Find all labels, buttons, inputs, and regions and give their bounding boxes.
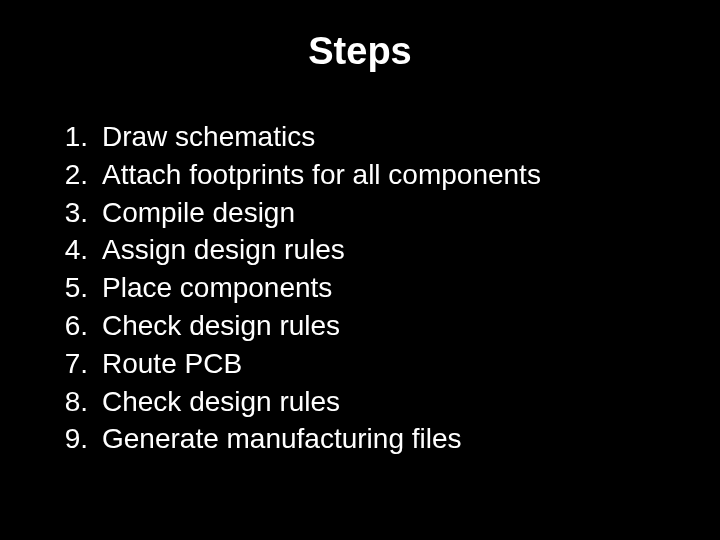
step-text: Check design rules bbox=[102, 383, 680, 421]
list-item: 1. Draw schematics bbox=[60, 118, 680, 156]
step-text: Attach footprints for all components bbox=[102, 156, 680, 194]
step-number: 7. bbox=[60, 345, 102, 383]
step-text: Assign design rules bbox=[102, 231, 680, 269]
step-number: 2. bbox=[60, 156, 102, 194]
list-item: 9. Generate manufacturing files bbox=[60, 420, 680, 458]
list-item: 2. Attach footprints for all components bbox=[60, 156, 680, 194]
step-number: 8. bbox=[60, 383, 102, 421]
list-item: 3. Compile design bbox=[60, 194, 680, 232]
step-number: 3. bbox=[60, 194, 102, 232]
list-item: 7. Route PCB bbox=[60, 345, 680, 383]
list-item: 5. Place components bbox=[60, 269, 680, 307]
slide-container: Steps 1. Draw schematics 2. Attach footp… bbox=[0, 0, 720, 540]
step-number: 1. bbox=[60, 118, 102, 156]
step-text: Check design rules bbox=[102, 307, 680, 345]
steps-list: 1. Draw schematics 2. Attach footprints … bbox=[40, 118, 680, 458]
step-text: Draw schematics bbox=[102, 118, 680, 156]
step-number: 6. bbox=[60, 307, 102, 345]
step-text: Route PCB bbox=[102, 345, 680, 383]
step-number: 5. bbox=[60, 269, 102, 307]
slide-title: Steps bbox=[40, 30, 680, 73]
list-item: 8. Check design rules bbox=[60, 383, 680, 421]
step-text: Compile design bbox=[102, 194, 680, 232]
list-item: 6. Check design rules bbox=[60, 307, 680, 345]
step-text: Place components bbox=[102, 269, 680, 307]
list-item: 4. Assign design rules bbox=[60, 231, 680, 269]
step-number: 9. bbox=[60, 420, 102, 458]
step-text: Generate manufacturing files bbox=[102, 420, 680, 458]
step-number: 4. bbox=[60, 231, 102, 269]
